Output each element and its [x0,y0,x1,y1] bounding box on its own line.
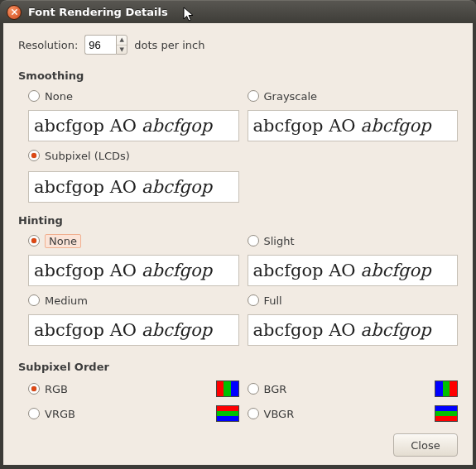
smoothing-grayscale-option[interactable]: Grayscale [248,87,459,105]
vbgr-swatch-icon [435,405,458,422]
smoothing-grid: None Grayscale abcfgop AOabcfgop abcfgop… [18,87,458,165]
radio-icon [248,408,259,419]
option-label: Full [264,294,282,307]
option-label: VRGB [45,408,75,420]
hinting-none-sample: abcfgop AOabcfgop [28,255,239,286]
option-label: RGB [45,383,68,395]
smoothing-subpixel-sample: abcfgop AOabcfgop [28,171,239,203]
radio-icon [28,150,40,161]
smoothing-heading: Smoothing [18,69,458,82]
spin-buttons: ▲ ▼ [116,35,127,55]
option-label: Grayscale [264,90,318,103]
subpixel-order-heading: Subpixel Order [18,361,458,373]
radio-icon [248,235,259,246]
dialog-content: Resolution: ▲ ▼ dots per inch Smoothing … [3,23,473,465]
option-label: Medium [45,294,88,307]
option-label: BGR [264,383,287,395]
radio-icon [248,383,259,395]
option-label: Slight [264,235,295,247]
bgr-swatch-icon [435,380,458,397]
smoothing-subpixel-row: abcfgop AOabcfgop [18,171,458,203]
option-label: VBGR [264,408,295,420]
spin-down-button[interactable]: ▼ [117,45,127,55]
smoothing-subpixel-option[interactable]: Subpixel (LCDs) [28,146,239,165]
radio-icon [248,90,259,102]
subpixel-vbgr-option[interactable]: VBGR [248,403,459,424]
option-label: Subpixel (LCDs) [45,150,130,162]
resolution-row: Resolution: ▲ ▼ dots per inch [18,35,458,55]
hinting-heading: Hinting [18,214,458,227]
radio-icon [28,408,40,419]
dialog-window: Font Rendering Details Resolution: ▲ ▼ d… [0,0,476,469]
radio-icon [28,90,40,102]
hinting-full-sample: abcfgop AOabcfgop [248,314,459,346]
hinting-medium-sample: abcfgop AOabcfgop [28,314,239,346]
hinting-none-option[interactable]: None [28,232,239,250]
hinting-full-option[interactable]: Full [248,291,459,309]
close-icon [11,8,18,16]
window-title: Font Rendering Details [28,6,168,18]
subpixel-bgr-option[interactable]: BGR [248,378,459,400]
option-label: None [45,90,73,103]
hinting-medium-option[interactable]: Medium [28,291,239,309]
spin-up-button[interactable]: ▲ [117,36,127,45]
dialog-footer: Close [18,433,458,457]
hinting-slight-option[interactable]: Slight [248,232,459,250]
hinting-grid: None Slight abcfgop AOabcfgop abcfgop AO… [18,232,458,346]
radio-icon [248,294,259,306]
radio-icon [28,383,40,395]
resolution-units: dots per inch [134,39,204,51]
subpixel-rgb-option[interactable]: RGB [28,378,239,400]
smoothing-grayscale-sample: abcfgop AOabcfgop [248,110,459,141]
rgb-swatch-icon [216,380,239,397]
window-close-button[interactable] [7,5,22,20]
radio-icon [28,235,40,246]
resolution-input[interactable] [84,35,116,55]
subpixel-vrgb-option[interactable]: VRGB [28,403,239,424]
mouse-cursor-icon [183,7,196,23]
radio-icon [28,294,40,306]
smoothing-none-option[interactable]: None [28,87,239,105]
option-label: None [45,234,81,248]
titlebar: Font Rendering Details [0,0,476,23]
resolution-label: Resolution: [18,39,78,51]
smoothing-none-sample: abcfgop AOabcfgop [28,110,239,141]
subpixel-order-grid: RGB BGR VRGB [18,378,458,424]
hinting-slight-sample: abcfgop AOabcfgop [248,255,459,286]
vrgb-swatch-icon [216,405,239,422]
resolution-spinbox: ▲ ▼ [84,35,127,55]
close-button[interactable]: Close [393,433,458,457]
